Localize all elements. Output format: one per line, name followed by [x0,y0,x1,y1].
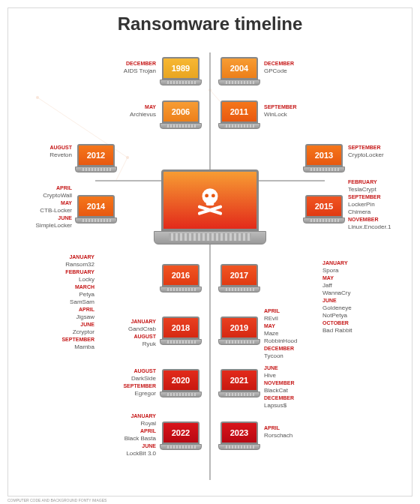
laptop-2004: 2004 [218,57,260,88]
svg-point-13 [126,156,129,159]
laptop-2018: 2018 [160,316,202,348]
events-1989: DECEMBERAIDS Trojan [104,60,156,75]
events-2006: MAYArchievus [104,104,156,118]
laptop-2022: 2022 [160,422,202,453]
timeline-canvas: 1989 DECEMBERAIDS Trojan 2004 DECEMBERGP… [0,38,420,488]
skull-crossbones-icon [194,184,226,216]
svg-point-25 [205,194,208,197]
events-2013: SEPTEMBERCryptoLocker [348,144,408,159]
footer-credit: COMPUTER CODE AND BACKGROUND FONTY IMAGE… [8,498,106,502]
events-2012: AUGUSTReveton [21,144,72,159]
events-2019: APRILREvil MAYMaze RobbinHood DECEMBERTy… [264,308,324,360]
events-2023: APRILRorschach [264,424,324,440]
laptop-2006: 2006 [160,100,202,132]
laptop-2019: 2019 [218,316,260,348]
laptop-2012: 2012 [75,144,117,176]
events-2014: APRILCryptoWall MAYCTB-Locker JUNESimple… [14,184,72,230]
laptop-1989: 1989 [160,57,202,88]
timeline-axis [209,52,211,480]
laptop-2021: 2021 [218,369,260,400]
events-2017: JANUARYSpora MAYJaff WannaCry JUNEGolden… [322,260,390,334]
laptop-2017: 2017 [218,264,260,296]
events-2020: AUGUSTDarkSide SEPTEMBEREgregor [104,368,156,398]
events-2004: DECEMBERGPCode [264,60,316,75]
laptop-2020: 2020 [160,369,202,400]
laptop-2016: 2016 [160,264,202,296]
events-2018: JANUARYGandCrab AUGUSTRyuk [104,318,156,348]
events-2015: FEBRUARYTeslaCrypt SEPTEMBERLockerPin Ch… [348,178,412,231]
events-2022: JANUARYRoyal APRILBlack Basta JUNELockBi… [104,412,156,458]
events-2016: JANUARYRansom32 FEBRUARYLocky MARCHPetya… [42,254,94,351]
svg-rect-27 [206,202,214,206]
events-2021: JUNEHive NOVEMBERBlackCat DECEMBERLapsus… [264,364,324,410]
laptop-2014: 2014 [75,195,117,226]
events-2011: SEPTEMBERWinLock [264,104,316,118]
center-laptop-icon [154,170,266,252]
laptop-2011: 2011 [218,100,260,132]
svg-point-26 [212,194,215,197]
laptop-2013: 2013 [303,144,345,176]
laptop-2023: 2023 [218,422,260,453]
laptop-2015: 2015 [303,195,345,226]
svg-point-12 [36,96,39,99]
